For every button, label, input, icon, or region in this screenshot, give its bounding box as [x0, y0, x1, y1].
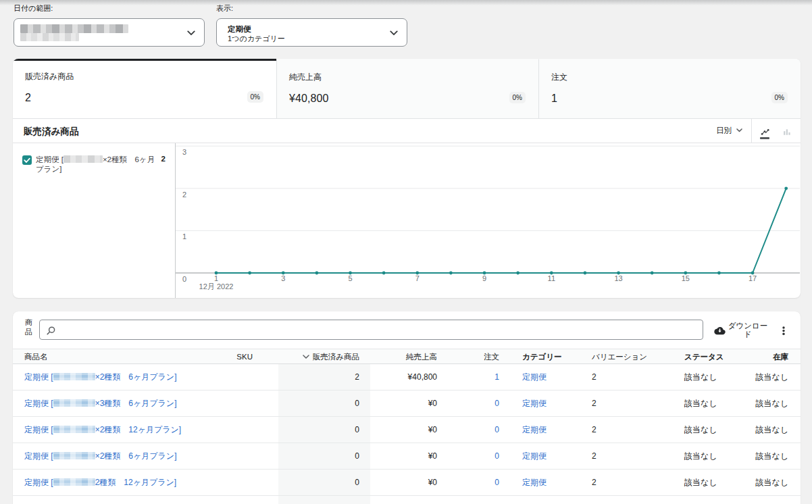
cell-name: 定期便 [×2種類 12ヶ月プラン] [24, 417, 181, 443]
metric-tab-2[interactable]: 純売上高¥40,8000% [276, 59, 538, 118]
column-header-net_sales[interactable]: 純売上高 [406, 349, 437, 365]
bar-chart-icon [782, 128, 792, 136]
product-link[interactable]: 定期便 [×3種類 6ヶ月プラン] [24, 399, 177, 408]
legend-series-label-part: ×2種類 6ヶ月 [103, 155, 155, 164]
orders-link[interactable]: 0 [494, 425, 499, 434]
orders-link[interactable]: 1 [494, 372, 499, 382]
chart-body: 定期便 [×2種類 6ヶ月プラン]2 0123135791113151712月 … [13, 143, 801, 298]
kebab-icon [776, 320, 791, 341]
cell-net_sales: ¥0 [428, 390, 437, 416]
top-scroll-shadow [0, 0, 812, 5]
view-select[interactable]: 定期便 1つのカテゴリー [216, 18, 407, 47]
chart-title: 販売済み商品 [24, 126, 78, 136]
search-input[interactable] [60, 321, 695, 338]
category-link[interactable]: 定期便 [522, 425, 547, 434]
svg-text:2: 2 [182, 191, 186, 199]
view-select-value: 定期便 [228, 24, 251, 34]
date-range-redacted-value [20, 24, 128, 33]
date-range-label: 日付の範囲: [14, 4, 53, 13]
cell-variations: 2 [592, 417, 597, 443]
cell-status: 該当なし [684, 470, 717, 495]
category-link[interactable]: 定期便 [522, 399, 547, 408]
cell-sold: 0 [355, 470, 359, 495]
cell-net_sales: ¥0 [428, 443, 437, 469]
category-link[interactable]: 定期便 [522, 451, 547, 461]
product-link[interactable]: 定期便 [×2種類 6ヶ月プラン] [24, 372, 177, 382]
product-link[interactable]: 定期便 [×2種類 6ヶ月プラン] [24, 451, 177, 461]
view-filter-label: 表示: [216, 4, 233, 13]
cell-inventory: 該当なし [755, 364, 788, 390]
legend-series-label: 定期便 [×2種類 6ヶ月プラン] [36, 155, 166, 174]
check-icon [22, 155, 32, 165]
search-icon [47, 326, 55, 335]
cell-inventory: 該当なし [755, 417, 788, 443]
line-chart-icon [761, 128, 770, 136]
cell-net_sales: ¥40,800 [408, 364, 437, 390]
table-row: 定期便 [×2種類 6ヶ月プラン]0¥00定期便2該当なし該当なし [13, 443, 801, 470]
product-link[interactable]: 定期便 [×2種類 12ヶ月プラン] [24, 425, 181, 434]
table-rows: 定期便 [×2種類 6ヶ月プラン]2¥40,8001定期便2該当なし該当なし定期… [13, 364, 801, 496]
metric-label: 純売上高 [289, 72, 322, 82]
svg-text:13: 13 [614, 274, 622, 282]
column-header-status[interactable]: ステータス [684, 349, 724, 365]
selected-tab-indicator [13, 59, 276, 61]
date-range-select[interactable] [14, 18, 205, 47]
svg-text:3: 3 [281, 274, 285, 282]
analytics-report-page: 日付の範囲: 表示: 定期便 1つのカテゴリー 販売済み商品20%純売上高¥40… [0, 0, 812, 504]
column-header-name[interactable]: 商品名 [24, 349, 48, 365]
column-header-sku[interactable]: SKU [236, 349, 253, 365]
product-name-redacted [53, 452, 95, 459]
svg-text:7: 7 [415, 274, 420, 282]
column-header-orders[interactable]: 注文 [484, 349, 499, 365]
svg-text:5: 5 [348, 274, 352, 282]
cell-orders: 0 [494, 470, 499, 495]
line-chart-toggle-button[interactable] [755, 119, 779, 143]
kebab-menu-button[interactable] [776, 320, 791, 341]
metric-change-badge: 0% [771, 92, 788, 103]
svg-text:15: 15 [682, 274, 690, 282]
sort-direction-icon [303, 355, 309, 359]
cloud-download-icon [714, 326, 726, 335]
cell-variations: 2 [592, 364, 597, 390]
column-header-variations[interactable]: バリエーション [592, 349, 647, 365]
metric-tab-3[interactable]: 注文10% [538, 59, 801, 118]
column-header-inventory[interactable]: 在庫 [773, 349, 788, 365]
orders-link[interactable]: 0 [494, 399, 499, 408]
table-row: 定期便 [×2種類 6ヶ月プラン]2¥40,8001定期便2該当なし該当なし [13, 364, 801, 390]
legend-checkbox[interactable] [22, 155, 32, 165]
chart-legend-panel: 定期便 [×2種類 6ヶ月プラン]2 [13, 143, 176, 298]
column-header-sold[interactable]: 販売済み商品 [303, 349, 359, 365]
metric-value: 1 [551, 92, 557, 105]
product-name-redacted [53, 478, 95, 486]
cell-name: 定期便 [×3種類 6ヶ月プラン] [24, 390, 177, 416]
cell-sold: 0 [355, 390, 359, 416]
granularity-dropdown[interactable]: 日別 [716, 124, 742, 136]
cell-name: 定期便 [×2種類 6ヶ月プラン] [24, 364, 177, 390]
category-link[interactable]: 定期便 [522, 478, 547, 487]
chevron-down-icon [390, 30, 398, 36]
legend-series-label-part: プラン] [36, 164, 62, 174]
cell-orders: 0 [494, 390, 499, 416]
orders-link[interactable]: 0 [494, 478, 499, 487]
chart-header: 販売済み商品 日別 [13, 119, 801, 143]
category-link[interactable]: 定期便 [522, 372, 547, 382]
metric-tabs: 販売済み商品20%純売上高¥40,8000%注文10% [13, 59, 801, 119]
column-header-category[interactable]: カテゴリー [522, 349, 562, 365]
cell-sold: 0 [355, 417, 359, 443]
download-button[interactable]: ダウンロード [714, 320, 782, 341]
bar-chart-toggle-button[interactable] [776, 119, 801, 143]
metric-value: 2 [25, 91, 31, 104]
products-table-card: 商品 ダウンロード [13, 311, 801, 504]
svg-text:0: 0 [182, 275, 186, 283]
table-section-label: 商品 [25, 318, 34, 336]
table-row: 定期便 [×3種類 6ヶ月プラン]0¥00定期便2該当なし該当なし [13, 390, 801, 417]
orders-link[interactable]: 0 [494, 451, 499, 461]
metric-label: 注文 [551, 72, 567, 82]
cell-status: 該当なし [684, 417, 717, 443]
metric-tab-1[interactable]: 販売済み商品20% [13, 59, 276, 118]
product-link[interactable]: 定期便 [2種類 12ヶ月プラン] [24, 478, 176, 487]
cell-net_sales: ¥0 [428, 417, 437, 443]
chevron-down-icon [736, 128, 742, 132]
cell-category: 定期便 [522, 443, 547, 469]
chevron-down-icon [187, 30, 195, 36]
